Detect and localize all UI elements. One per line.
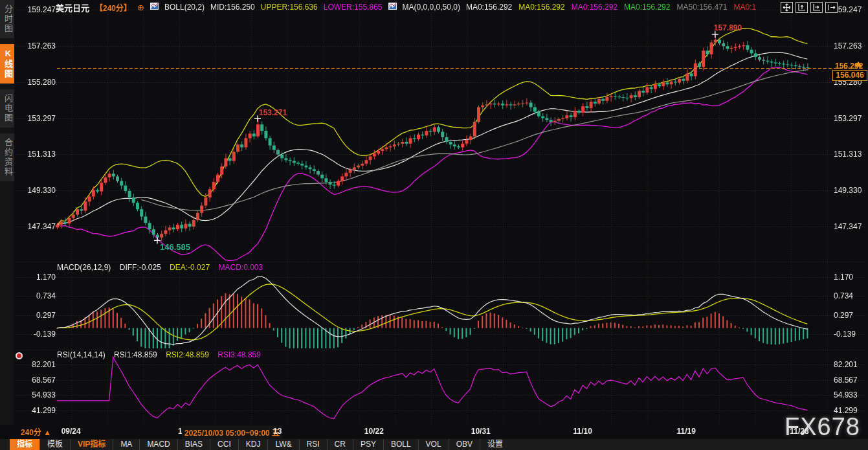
axis-label: 157.263 — [18, 41, 56, 51]
rsi1-value: RSI1:48.859 — [114, 350, 157, 359]
chart-canvas[interactable] — [0, 0, 868, 450]
swing-low-annotation: 146.585 — [160, 242, 190, 252]
sidebar-tab-3[interactable]: 闪电图 — [0, 89, 14, 128]
axis-label: 41.299 — [18, 406, 56, 415]
sidebar-tab-2[interactable]: K线图 — [0, 44, 14, 84]
boll-upper-value: UPPER:156.636 — [261, 3, 318, 12]
crosshair-time-tooltip: 2025/10/03 05:00~09:00 五 — [182, 425, 282, 439]
price-alert-arrow-icon[interactable] — [854, 62, 862, 67]
indicator-toolbar: 指标模板VIP指标MAMACDBIASCCIKDJLW&RSICRPSYBOLL… — [0, 439, 868, 450]
axis-label: 159.247 — [834, 5, 866, 14]
axis-label: 0.297 — [18, 311, 56, 320]
ma-indicator-icon[interactable] — [388, 3, 397, 12]
circle-plus-icon[interactable]: ⊕ — [137, 3, 144, 12]
toolbar-item-CCI[interactable]: CCI — [210, 439, 238, 450]
axis-label: 151.313 — [834, 150, 866, 159]
time-tick-10/22: 10/22 — [364, 427, 384, 436]
ma-value: MA0:156.292 — [466, 3, 512, 12]
toolbar-item-设置[interactable]: 设置 — [480, 439, 510, 450]
macd-title: MACD(26,12,9) — [57, 263, 111, 272]
axis-label: 1.170 — [834, 273, 866, 282]
boll-mid-value: MID:156.250 — [210, 3, 255, 12]
axis-label: -0.139 — [834, 330, 866, 339]
boll-label: BOLL(20,2) — [164, 3, 205, 12]
time-tick-11/10: 11/10 — [573, 427, 592, 436]
axis-label: 1.170 — [18, 273, 56, 282]
chart-toolbar-icons — [781, 2, 838, 13]
axis-label: 157.263 — [834, 41, 866, 51]
toolbar-item-RSI[interactable]: RSI — [299, 439, 327, 450]
time-tick-09/24: 09/24 — [61, 427, 81, 436]
current-price-label: 156.046 — [832, 70, 867, 81]
ma-value: MA0:156.292 — [624, 3, 670, 12]
ma-value: MA50:156.471 — [676, 3, 727, 12]
axis-label: 149.330 — [834, 186, 866, 195]
axis-label: -0.139 — [18, 330, 56, 339]
macd-dea-value: DEA:-0.027 — [170, 263, 210, 272]
boll-indicator-icon[interactable] — [150, 3, 159, 12]
axis-label: 159.247 — [18, 5, 56, 14]
toolbar-item-MACD[interactable]: MACD — [139, 439, 177, 450]
axis-label: 155.280 — [18, 78, 56, 87]
left-sidebar: 分时图K线图闪电图合约资料 — [0, 0, 14, 425]
axis-label: 153.297 — [18, 114, 56, 123]
sidebar-tab-4[interactable]: 合约资料 — [0, 133, 14, 181]
zoom-horizontal-icon[interactable] — [810, 2, 823, 13]
fx678-watermark: FX678 — [785, 413, 860, 441]
axis-label: 82.201 — [18, 360, 56, 369]
axis-label: 147.347 — [834, 222, 866, 231]
macd-header: MACD(26,12,9) DIFF:-0.025 DEA:-0.027 MAC… — [57, 263, 269, 272]
axis-label: 153.297 — [834, 114, 866, 123]
toolbar-item-LW&[interactable]: LW& — [267, 439, 298, 450]
ma-values: MA0:156.292MA0:156.292MA0:156.292MA0:156… — [466, 3, 762, 12]
axis-label: 54.933 — [18, 390, 56, 399]
time-tick-partial: 13 — [273, 427, 282, 436]
period-selector-button[interactable]: 240分 ▲ — [18, 426, 54, 440]
toolbar-item-PSY[interactable]: PSY — [353, 439, 383, 450]
chart-header: 美元日元 【240分】 ⊕ BOLL(20,2) MID:156.250 UPP… — [56, 2, 768, 12]
toolbar-item-BOLL[interactable]: BOLL — [383, 439, 418, 450]
time-tick-11/19: 11/19 — [676, 427, 695, 436]
toolbar-item-BIAS[interactable]: BIAS — [177, 439, 210, 450]
toolbar-item-CR[interactable]: CR — [327, 439, 353, 450]
axis-label: 54.933 — [834, 390, 866, 399]
sidebar-tab-1[interactable]: 分时图 — [0, 0, 14, 38]
rsi-title: RSI(14,14,14) — [57, 350, 106, 359]
axis-label: 68.567 — [18, 376, 56, 385]
axis-label: 149.330 — [18, 186, 56, 195]
axis-label: 0.297 — [834, 311, 866, 320]
axis-label: 0.734 — [834, 291, 866, 300]
exit-right-icon[interactable] — [825, 2, 838, 13]
toolbar-item-MA[interactable]: MA — [113, 439, 139, 450]
toolbar-item-模板[interactable]: 模板 — [39, 439, 70, 450]
ma-value: MA0:156.292 — [572, 3, 618, 12]
trading-terminal: 分时图K线图闪电图合约资料 美元日元 【240分】 ⊕ BOLL(20,2) M… — [0, 0, 868, 450]
rsi3-value: RSI3:48.859 — [217, 350, 261, 359]
rsi-header: RSI(14,14,14) RSI1:48.859 RSI2:48.859 RS… — [57, 350, 267, 359]
toolbar-item-KDJ[interactable]: KDJ — [238, 439, 268, 450]
axis-label: 147.347 — [18, 222, 56, 231]
time-axis: 240分 ▲ 1 2025/10/03 05:00~09:00 五 13 09/… — [14, 424, 868, 439]
time-tick-10/31: 10/31 — [471, 427, 491, 436]
ma-value: MA0:1 — [734, 3, 757, 12]
pan-icon[interactable] — [781, 2, 793, 13]
high-price-annotation: 157.890 — [714, 23, 742, 32]
zoom-vertical-icon[interactable] — [796, 2, 808, 13]
ma-label: MA(0,0,0,0,50,0) — [403, 3, 460, 12]
toolbar-item-VIP指标[interactable]: VIP指标 — [70, 439, 113, 450]
axis-label: 82.201 — [834, 360, 866, 369]
boll-lower-value: LOWER:155.865 — [324, 3, 383, 12]
macd-diff-value: DIFF:-0.025 — [120, 263, 161, 272]
symbol-name: 美元日元 — [56, 1, 89, 14]
axis-label: 151.313 — [18, 150, 56, 159]
toolbar-item-指标[interactable]: 指标 — [10, 439, 39, 450]
axis-label: 68.567 — [834, 376, 866, 385]
period-label[interactable]: 【240分】 — [95, 2, 131, 13]
toolbar-item-VOL[interactable]: VOL — [418, 439, 449, 450]
macd-hist-value: MACD:0.003 — [218, 263, 263, 272]
toolbar-item-OBV[interactable]: OBV — [449, 439, 480, 450]
rsi2-value: RSI2:48.859 — [166, 350, 209, 359]
axis-label: 0.734 — [18, 291, 56, 300]
indicator-dot-icon[interactable] — [16, 352, 23, 359]
ma-value: MA0:156.292 — [518, 3, 564, 12]
